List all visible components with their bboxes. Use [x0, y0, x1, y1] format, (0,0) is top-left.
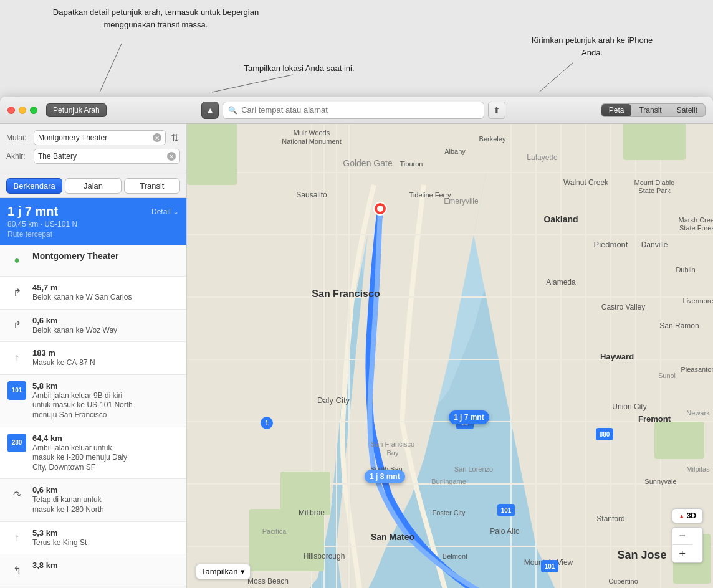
svg-text:Tiburon: Tiburon [400, 160, 423, 168]
svg-text:San Lorenzo: San Lorenzo [454, 465, 493, 473]
svg-text:Hillsborough: Hillsborough [304, 552, 345, 561]
share-icon: ⬆ [493, 105, 500, 115]
maps-window: Petunjuk Arah ▲ 🔍 ⬆ Peta Transit Satelit [0, 97, 713, 588]
curve-right-icon: ↷ [7, 485, 26, 504]
share-button[interactable]: ⬆ [488, 102, 505, 119]
tab-transit[interactable]: Transit [124, 178, 180, 194]
step-4: 101 5,8 km Ambil jalan keluar 9B di kiri… [0, 375, 186, 427]
svg-text:San Ramon: San Ramon [659, 321, 699, 330]
turn-right-icon-1: ↱ [7, 283, 26, 301]
step-4-distance: 5,8 km [32, 381, 179, 391]
from-row: Mulai: Montgomery Theater ✕ ⇅ [6, 130, 180, 145]
callout-location: Tampilkan lokasi Anda saat ini. [218, 62, 380, 75]
svg-text:Bay: Bay [387, 449, 399, 457]
step-origin: ● Montgomery Theater [0, 245, 186, 277]
svg-text:Stanford: Stanford [596, 514, 624, 523]
search-bar: 🔍 [223, 102, 484, 119]
svg-text:Berkeley: Berkeley [479, 135, 506, 143]
from-clear-button[interactable]: ✕ [153, 133, 161, 142]
titlebar-center: ▲ 🔍 ⬆ [113, 102, 595, 119]
straight-icon-2: ↑ [7, 528, 26, 547]
step-2-distance: 0,6 km [32, 316, 179, 325]
svg-rect-26 [187, 124, 237, 185]
svg-text:Lafayette: Lafayette [527, 153, 558, 162]
step-8-distance: 3,8 km [32, 561, 179, 570]
tab-jalan[interactable]: Jalan [65, 178, 121, 194]
location-icon: ▲ [206, 105, 214, 115]
from-input[interactable]: Montgomery Theater ✕ [34, 130, 166, 145]
search-icon: 🔍 [228, 106, 237, 115]
current-location-button[interactable]: ▲ [201, 102, 219, 119]
from-label: Mulai: [6, 133, 30, 142]
svg-text:Pacifica: Pacifica [262, 528, 287, 535]
svg-text:Cupertino: Cupertino [608, 577, 638, 585]
step-2-desc: Belok kanan ke Woz Way [32, 326, 179, 336]
close-button[interactable] [7, 107, 15, 114]
svg-text:State Forest: State Forest [679, 224, 713, 232]
tab-berkendara[interactable]: Berkendara [6, 178, 62, 194]
transport-tabs: Berkendara Jalan Transit [0, 174, 186, 198]
3d-label: 3D [687, 511, 696, 520]
route-time-row: 1 j 7 mnt Detail ⌄ [7, 204, 179, 219]
step-7-distance: 5,3 km [32, 528, 179, 538]
map-3d-button[interactable]: ▲ 3D [672, 508, 703, 523]
svg-text:Danville: Danville [641, 240, 668, 249]
minimize-button[interactable] [19, 107, 26, 114]
search-input[interactable] [241, 105, 479, 115]
fullscreen-button[interactable] [30, 107, 37, 114]
svg-line-2 [539, 62, 573, 92]
step-2-content: 0,6 km Belok kanan ke Woz Way [32, 316, 179, 336]
step-7: ↑ 5,3 km Terus ke King St [0, 522, 186, 555]
map-area[interactable]: San Francisco Daly City South San Franci… [187, 124, 713, 588]
dropdown-arrow-icon: ▾ [241, 567, 245, 576]
swap-button[interactable]: ⇅ [170, 131, 180, 145]
route-time-label-main[interactable]: 1 j 7 mnt [449, 410, 489, 424]
main-content: Mulai: Montgomery Theater ✕ ⇅ Akhir: The… [0, 124, 713, 588]
step-5-desc: Ambil jalan keluar untuk masuk ke I-280 … [32, 443, 179, 473]
map-type-transit[interactable]: Transit [631, 104, 669, 116]
step-6-content: 0,6 km Tetap di kanan untuk masuk ke I-2… [32, 485, 179, 514]
route-summary[interactable]: 1 j 7 mnt Detail ⌄ 80,45 km · US-101 N R… [0, 198, 186, 245]
svg-text:Walnut Creek: Walnut Creek [563, 178, 609, 187]
straight-icon-1: ↑ [7, 348, 26, 367]
step-3: ↑ 183 m Masuk ke CA-87 N [0, 342, 186, 375]
svg-text:Oakland: Oakland [543, 214, 578, 224]
from-value: Montgomery Theater [38, 133, 107, 142]
step-4-desc: Ambil jalan keluar 9B di kiri untuk masu… [32, 391, 179, 420]
svg-text:Alameda: Alameda [546, 278, 576, 287]
svg-text:Livermore: Livermore [683, 297, 713, 305]
svg-rect-29 [249, 509, 324, 571]
map-type-peta[interactable]: Peta [601, 104, 632, 116]
route-time-label-alt[interactable]: 1 j 8 mnt [365, 470, 405, 483]
svg-text:Marsh Creek: Marsh Creek [679, 216, 713, 224]
zoom-minus-button[interactable]: − [672, 528, 692, 545]
show-dropdown[interactable]: Tampilkan ▾ [196, 564, 251, 579]
step-6: ↷ 0,6 km Tetap di kanan untuk masuk ke I… [0, 479, 186, 521]
svg-line-0 [100, 44, 122, 92]
step-3-content: 183 m Masuk ke CA-87 N [32, 348, 179, 368]
highway-280-icon: 280 [7, 434, 26, 452]
directions-list: ● Montgomery Theater ↱ 45,7 m Belok kana… [0, 245, 186, 588]
map-type-satelit[interactable]: Satelit [669, 104, 705, 116]
highway-101-icon: 101 [7, 381, 26, 400]
svg-text:Milpitas: Milpitas [686, 465, 710, 473]
origin-name: Montgomery Theater [32, 251, 179, 261]
svg-text:Piedmont: Piedmont [594, 240, 628, 249]
svg-text:Millbrae: Millbrae [299, 508, 325, 517]
svg-text:San Jose: San Jose [617, 549, 666, 561]
svg-text:Fremont: Fremont [638, 414, 671, 424]
show-dropdown-label: Tampilkan [201, 567, 238, 576]
directions-button[interactable]: Petunjuk Arah [46, 103, 107, 117]
svg-text:Foster City: Foster City [432, 509, 466, 516]
route-detail-button[interactable]: Detail ⌄ [151, 207, 179, 216]
to-clear-button[interactable]: ✕ [167, 152, 176, 161]
svg-rect-31 [654, 422, 704, 459]
step-7-content: 5,3 km Terus ke King St [32, 528, 179, 548]
map-type-group: Peta Transit Satelit [601, 103, 706, 117]
zoom-plus-button[interactable]: + [672, 545, 692, 562]
to-label: Akhir: [6, 152, 30, 161]
to-input[interactable]: The Battery ✕ [34, 149, 180, 164]
step-3-distance: 183 m [32, 348, 179, 358]
svg-text:Sausalito: Sausalito [296, 191, 327, 199]
step-5-distance: 64,4 km [32, 434, 179, 443]
